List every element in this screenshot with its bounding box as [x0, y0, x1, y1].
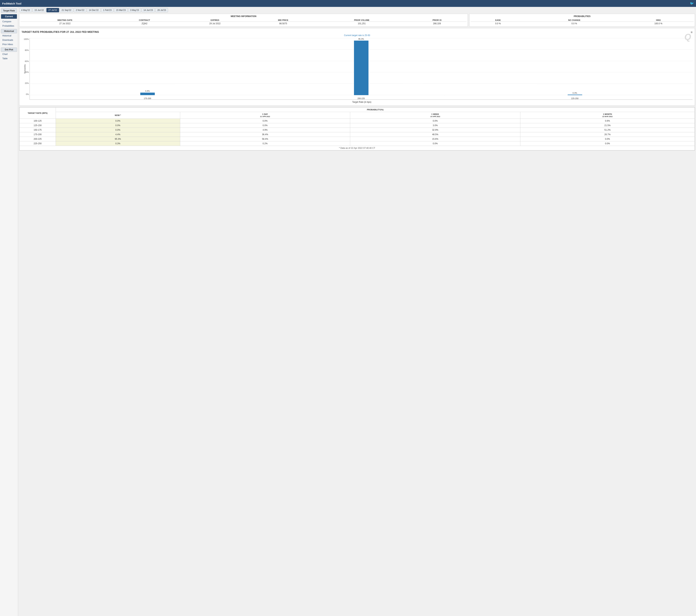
rate-cell: 150-175 — [19, 128, 56, 132]
now-cell: 0.0% — [56, 123, 180, 128]
chart-plot-area: 4.4%95.3%0.3% 175-200200-225225-250 — [30, 38, 693, 100]
prob-table-footnote: * Data as of 22 Apr 2022 07:40:40 CT — [19, 146, 695, 151]
prob-cell: 15.6% — [350, 137, 520, 141]
probabilities-table: EASENO CHANGEHIKE 0.0 % 0.0 % 100.0 % — [471, 19, 694, 26]
meeting-date-value: 27 Jul 2022 — [20, 22, 109, 26]
prob-cell: 0.0% — [180, 123, 350, 128]
date-tab-3may23[interactable]: 3 May'23 — [128, 8, 141, 12]
meeting-col-0: MEETING DATE — [20, 19, 109, 22]
prob-cell: 0.0% — [180, 119, 350, 123]
prob-cell: 58.4% — [180, 137, 350, 141]
prob-table-col-1: 1 DAY21 APR 2022 — [180, 112, 350, 119]
y-label: 100% — [24, 38, 29, 40]
table-row: 125-1500.0%0.0%3.0%21.5% — [19, 123, 695, 128]
sidebar-item-chart[interactable]: Chart — [1, 52, 17, 56]
date-tab-21sep22[interactable]: 21 Sep'22 — [60, 8, 74, 12]
table-row: 200-22595.3%58.4%15.6%0.0% — [19, 137, 695, 141]
prob-cell: 21.5% — [520, 123, 695, 128]
meeting-info-title: MEETING INFORMATION — [20, 15, 466, 18]
prob-table-col-3: 1 MONTH22 MAR 2022 — [520, 112, 695, 119]
y-axis-title: Probability — [24, 64, 26, 74]
sidebar-section-dot-plot: Dot Plot — [1, 47, 17, 52]
sidebar-section-current[interactable]: Current — [1, 14, 17, 19]
hike-value: 100.0 % — [623, 22, 694, 26]
prob-cell: 32.9% — [350, 128, 520, 132]
bar-group: 4.4% — [41, 90, 254, 95]
x-axis-title: Target Rate (in bps) — [31, 101, 693, 103]
target-rate-button[interactable]: Target Rate — [1, 8, 17, 13]
bar-value-label: 95.3% — [358, 38, 364, 40]
date-tab-14jun23[interactable]: 14 Jun'23 — [142, 8, 155, 12]
prob-col-1: NO CHANGE — [525, 19, 623, 22]
prob-cell: 0.0% — [520, 137, 695, 141]
prob-cell: 0.0% — [350, 119, 520, 123]
date-tab-15mar23[interactable]: 15 Mar'23 — [114, 8, 128, 12]
meeting-col-2: EXPIRES — [180, 19, 250, 22]
probabilities-box: PROBABILITIES EASENO CHANGEHIKE 0.0 % 0.… — [469, 14, 695, 27]
y-label: 0% — [26, 93, 29, 95]
date-tabs: 4 May'2215 Jun'2227 Jul'2221 Sep'222 Nov… — [19, 8, 695, 12]
y-label: 20% — [25, 82, 29, 84]
x-axis-label: 225-250 — [468, 97, 682, 99]
rate-cell: 225-250 — [19, 141, 56, 146]
twitter-icon[interactable]: 🐦 — [690, 1, 694, 5]
table-row: 150-1750.0%4.9%32.9%51.2% — [19, 128, 695, 132]
meeting-col-4: PRIOR VOLUME — [316, 19, 408, 22]
probability-col-header: PROBABILITY(%) — [56, 108, 695, 112]
table-row: 175-2004.4%36.4%48.5%26.7% — [19, 132, 695, 137]
prior-volume-value: 101,251 — [316, 22, 408, 26]
y-label: 80% — [25, 49, 29, 51]
sidebar-item-table[interactable]: Table — [1, 57, 17, 61]
sidebar-section-historical: Historical — [1, 29, 17, 33]
sidebar-item-prior-hikes[interactable]: Prior Hikes — [1, 43, 17, 46]
bar — [140, 93, 155, 95]
prob-cell: 26.7% — [520, 132, 695, 137]
prob-table-col-0: NOW * — [56, 112, 180, 119]
bar-value-label: 4.4% — [145, 90, 150, 92]
sidebar-item-historical[interactable]: Historical — [1, 34, 17, 38]
chart-title: TARGET RATE PROBABILITIES FOR 27 JUL 202… — [21, 30, 693, 33]
x-axis-label: 175-200 — [41, 97, 254, 99]
now-cell: 95.3% — [56, 137, 180, 141]
probabilities-title: PROBABILITIES — [471, 15, 694, 18]
date-tab-15jun22[interactable]: 15 Jun'22 — [32, 8, 46, 12]
now-cell: 4.4% — [56, 132, 180, 137]
date-tab-14dec22[interactable]: 14 Dec'22 — [87, 8, 100, 12]
sidebar-item-downloads[interactable]: Downloads — [1, 38, 17, 42]
expires-value: 29 Jul 2022 — [180, 22, 250, 26]
date-tab-26jul23[interactable]: 26 Jul'23 — [155, 8, 168, 12]
rate-cell: 125-150 — [19, 123, 56, 128]
chart-section: TARGET RATE PROBABILITIES FOR 27 JUL 202… — [19, 28, 695, 106]
table-row: 100-1250.0%0.0%0.0%0.6% — [19, 119, 695, 123]
sidebar: Target Rate Current Compare Probabilitie… — [0, 7, 18, 616]
app-title: FedWatch Tool — [2, 2, 21, 5]
prob-cell: 4.9% — [180, 128, 350, 132]
prior-oi-value: 280,326 — [407, 22, 466, 26]
date-tab-4may22[interactable]: 4 May'22 — [19, 8, 32, 12]
meeting-col-5: PRIOR OI — [407, 19, 466, 22]
now-cell: 0.0% — [56, 128, 180, 132]
contract-value: ZQN2 — [109, 22, 180, 26]
table-row: 225-2500.3%0.2%0.0%0.0% — [19, 141, 695, 146]
prob-table: TARGET RATE (BPS) PROBABILITY(%) NOW *1 … — [19, 107, 695, 151]
prob-cell: 3.0% — [350, 123, 520, 128]
prob-cell: 0.2% — [180, 141, 350, 146]
sidebar-item-compare[interactable]: Compare — [1, 19, 17, 23]
bar — [568, 95, 582, 95]
prob-cell: 0.0% — [520, 141, 695, 146]
ease-value: 0.0 % — [471, 22, 525, 26]
chart-subtitle: Current target rate is 25-50 — [21, 34, 693, 37]
prob-col-0: EASE — [471, 19, 525, 22]
y-label: 60% — [25, 60, 29, 62]
prob-col-2: HIKE — [623, 19, 694, 22]
date-tab-2nov22[interactable]: 2 Nov'22 — [74, 8, 86, 12]
meeting-info-box: MEETING INFORMATION MEETING DATECONTRACT… — [19, 14, 468, 27]
date-tab-1feb23[interactable]: 1 Feb'23 — [101, 8, 113, 12]
sidebar-item-probabilities[interactable]: Probabilities — [1, 24, 17, 28]
meeting-col-1: CONTRACT — [109, 19, 180, 22]
now-cell: 0.0% — [56, 119, 180, 123]
date-tab-27jul22[interactable]: 27 Jul'22 — [46, 8, 59, 12]
bar — [354, 41, 368, 95]
prob-cell: 51.2% — [520, 128, 695, 132]
meeting-info-table: MEETING DATECONTRACTEXPIRESMID PRICEPRIO… — [20, 19, 466, 26]
